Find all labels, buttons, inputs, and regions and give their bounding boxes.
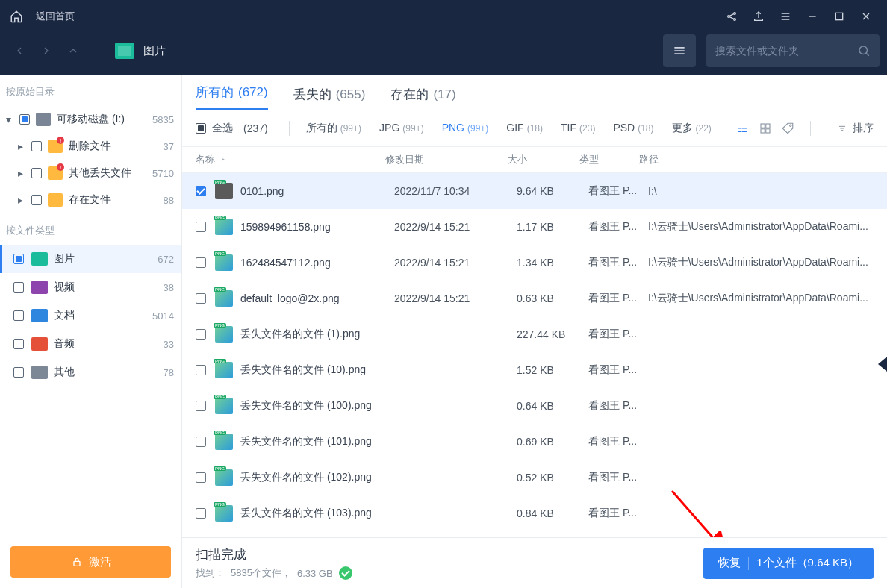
checkbox[interactable] <box>13 310 24 321</box>
checkbox[interactable] <box>31 168 42 178</box>
file-name: 162484547112.png <box>240 257 394 269</box>
maximize-button[interactable] <box>826 3 853 30</box>
category-item[interactable]: 图片 672 <box>0 245 181 273</box>
row-checkbox[interactable] <box>196 437 206 447</box>
file-name: 丢失文件名的文件 (102).png <box>240 471 394 484</box>
svg-point-1 <box>734 13 736 15</box>
export-button[interactable] <box>745 3 772 30</box>
search-box[interactable] <box>706 34 880 67</box>
share-button[interactable] <box>718 3 745 30</box>
table-row[interactable]: 丢失文件名的文件 (103).png 0.84 KB 看图王 P... <box>182 495 887 531</box>
row-checkbox[interactable] <box>196 257 206 268</box>
row-checkbox[interactable] <box>196 472 206 483</box>
select-all-label: 全选 <box>212 122 233 135</box>
activate-button[interactable]: 激活 <box>10 546 171 578</box>
row-checkbox[interactable] <box>196 365 206 375</box>
file-type: 看图王 P... <box>588 399 648 413</box>
row-checkbox[interactable] <box>196 401 206 411</box>
table-row[interactable]: 159894961158.png 2022/9/14 15:21 1.17 KB… <box>182 209 887 245</box>
home-button[interactable] <box>7 7 25 25</box>
tree-root[interactable]: ▾ 可移动磁盘 (I:) 5835 <box>0 106 181 133</box>
tree-item[interactable]: ▸ 其他丢失文件 5710 <box>12 160 181 187</box>
filter-chip[interactable]: TIF (23) <box>555 122 601 135</box>
row-checkbox[interactable] <box>196 508 206 519</box>
row-checkbox[interactable] <box>196 329 206 340</box>
close-icon <box>860 10 872 22</box>
back-home-link[interactable]: 返回首页 <box>36 10 75 23</box>
tree-item[interactable]: ▸ 删除文件 37 <box>12 133 181 160</box>
list-icon <box>736 122 750 135</box>
status-tab[interactable]: 存在的 (17) <box>390 86 455 110</box>
svg-rect-9 <box>766 129 770 133</box>
nav-forward[interactable] <box>34 39 58 63</box>
search-input[interactable] <box>715 45 857 57</box>
table-row[interactable]: 丢失文件名的文件 (102).png 0.52 KB 看图王 P... <box>182 460 887 495</box>
checkbox[interactable] <box>196 123 206 134</box>
status-tab[interactable]: 所有的 (672) <box>196 84 268 110</box>
sort-button[interactable]: 排序 <box>836 122 874 135</box>
view-tag[interactable] <box>780 121 795 136</box>
close-button[interactable] <box>853 3 880 30</box>
checkbox[interactable] <box>19 114 30 125</box>
file-type: 看图王 P... <box>588 435 648 448</box>
menu-button[interactable] <box>772 3 799 30</box>
checkbox[interactable] <box>31 195 42 205</box>
tag-icon <box>781 122 794 135</box>
view-grid[interactable] <box>758 121 773 136</box>
filter-chip-label: 所有的 <box>306 122 337 135</box>
minimize-button[interactable] <box>799 3 826 30</box>
checkbox[interactable] <box>13 282 24 293</box>
filter-chip[interactable]: PSD (18) <box>607 122 659 135</box>
col-name[interactable]: 名称 <box>196 153 385 166</box>
checkbox[interactable] <box>13 254 24 264</box>
recover-button[interactable]: 恢复 1个文件（9.64 KB） <box>703 548 874 579</box>
breadcrumb-label: 图片 <box>143 44 166 58</box>
table-row[interactable]: 丢失文件名的文件 (101).png 0.69 KB 看图王 P... <box>182 424 887 460</box>
disk-icon <box>36 113 51 126</box>
home-icon <box>10 10 23 23</box>
filter-chip[interactable]: JPG (99+) <box>373 122 430 135</box>
col-type[interactable]: 类型 <box>579 153 639 166</box>
table-row[interactable]: 丢失文件名的文件 (10).png 1.52 KB 看图王 P... <box>182 352 887 388</box>
file-type: 看图王 P... <box>588 363 648 377</box>
select-all[interactable]: 全选 (237) <box>196 122 268 135</box>
col-size[interactable]: 大小 <box>508 153 579 166</box>
category-item[interactable]: 其他 78 <box>0 358 181 387</box>
status-tab-count: (17) <box>433 87 455 102</box>
nav-back[interactable] <box>7 39 31 63</box>
select-all-count: (237) <box>243 122 268 134</box>
table-row[interactable]: 162484547112.png 2022/9/14 15:21 1.34 KB… <box>182 245 887 281</box>
hamburger-button[interactable] <box>663 34 696 67</box>
file-name: default_logo@2x.png <box>240 293 394 304</box>
table-row[interactable]: 丢失文件名的文件 (1).png 227.44 KB 看图王 P... <box>182 316 887 352</box>
col-path[interactable]: 路径 <box>639 153 874 166</box>
file-thumb-icon <box>215 254 233 271</box>
table-row[interactable]: default_logo@2x.png 2022/9/14 15:21 0.63… <box>182 281 887 316</box>
col-date[interactable]: 修改日期 <box>385 153 508 166</box>
checkbox[interactable] <box>13 367 24 378</box>
filter-chip[interactable]: PNG (99+) <box>436 122 495 135</box>
tree-item[interactable]: ▸ 存在文件 88 <box>12 187 181 213</box>
tree-item-label: 其他丢失文件 <box>69 166 131 180</box>
filter-chip[interactable]: 更多 (22) <box>666 122 718 135</box>
file-size: 0.52 KB <box>517 472 588 484</box>
table-row[interactable]: 0101.png 2022/11/7 10:34 9.64 KB 看图王 P..… <box>182 173 887 209</box>
category-item[interactable]: 音频 33 <box>0 330 181 358</box>
category-item[interactable]: 视频 38 <box>0 273 181 301</box>
filter-chip[interactable]: GIF (18) <box>500 122 549 135</box>
row-checkbox[interactable] <box>196 293 206 304</box>
filter-chip-label: JPG <box>379 122 399 134</box>
status-tab-label: 所有的 <box>196 84 234 101</box>
view-list[interactable] <box>735 121 750 136</box>
table-row[interactable]: 丢失文件名的文件 (100).png 0.64 KB 看图王 P... <box>182 388 887 424</box>
filter-chip[interactable]: 所有的 (99+) <box>300 122 367 135</box>
nav-up[interactable] <box>61 39 85 63</box>
table-header: 名称 修改日期 大小 类型 路径 <box>182 146 887 173</box>
category-item[interactable]: 文档 5014 <box>0 301 181 330</box>
edge-handle[interactable] <box>878 357 887 372</box>
row-checkbox[interactable] <box>196 186 206 196</box>
status-tab[interactable]: 丢失的 (655) <box>293 86 366 110</box>
row-checkbox[interactable] <box>196 222 206 232</box>
checkbox[interactable] <box>31 141 42 151</box>
checkbox[interactable] <box>13 339 24 349</box>
